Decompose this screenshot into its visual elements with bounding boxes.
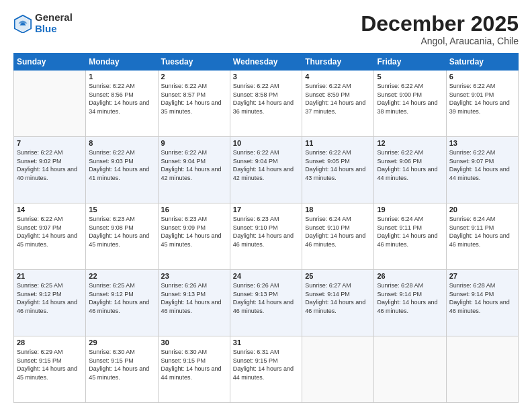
- cell-date: 4: [305, 73, 371, 81]
- table-row: 13Sunrise: 6:22 AMSunset: 9:07 PMDayligh…: [446, 137, 518, 203]
- cell-info: Sunrise: 6:24 AMSunset: 9:10 PMDaylight:…: [305, 215, 371, 248]
- cell-info: Sunrise: 6:22 AMSunset: 8:59 PMDaylight:…: [305, 82, 371, 116]
- cell-info: Sunrise: 6:23 AMSunset: 9:09 PMDaylight:…: [161, 215, 227, 248]
- table-row: 15Sunrise: 6:23 AMSunset: 9:08 PMDayligh…: [86, 203, 158, 270]
- table-row: [374, 336, 446, 403]
- cell-info: Sunrise: 6:22 AMSunset: 9:02 PMDaylight:…: [17, 148, 83, 182]
- cell-info: Sunrise: 6:22 AMSunset: 8:58 PMDaylight:…: [233, 82, 299, 116]
- cell-date: 10: [233, 139, 299, 147]
- calendar-week-row: 28Sunrise: 6:29 AMSunset: 9:15 PMDayligh…: [14, 336, 519, 403]
- table-row: 11Sunrise: 6:22 AMSunset: 9:05 PMDayligh…: [302, 137, 374, 203]
- table-row: 5Sunrise: 6:22 AMSunset: 9:00 PMDaylight…: [374, 71, 446, 137]
- cell-date: 28: [17, 338, 83, 347]
- cell-date: 7: [17, 139, 83, 147]
- table-row: 25Sunrise: 6:27 AMSunset: 9:14 PMDayligh…: [302, 270, 374, 336]
- table-row: 20Sunrise: 6:24 AMSunset: 9:11 PMDayligh…: [446, 203, 518, 270]
- col-sunday: Sunday: [14, 54, 86, 71]
- cell-date: 12: [377, 139, 443, 147]
- logo: General Blue: [13, 12, 73, 34]
- table-row: 27Sunrise: 6:28 AMSunset: 9:14 PMDayligh…: [446, 270, 518, 336]
- cell-date: 11: [305, 139, 371, 147]
- table-row: [446, 336, 518, 403]
- calendar-table: Sunday Monday Tuesday Wednesday Thursday…: [13, 53, 519, 403]
- location-subtitle: Angol, Araucania, Chile: [361, 36, 519, 46]
- table-row: 18Sunrise: 6:24 AMSunset: 9:10 PMDayligh…: [302, 203, 374, 270]
- cell-info: Sunrise: 6:26 AMSunset: 9:13 PMDaylight:…: [161, 281, 227, 315]
- table-row: 4Sunrise: 6:22 AMSunset: 8:59 PMDaylight…: [302, 71, 374, 137]
- col-saturday: Saturday: [446, 54, 518, 71]
- table-row: 30Sunrise: 6:30 AMSunset: 9:15 PMDayligh…: [158, 336, 230, 403]
- cell-date: 6: [449, 73, 515, 81]
- cell-info: Sunrise: 6:25 AMSunset: 9:12 PMDaylight:…: [17, 281, 83, 315]
- col-tuesday: Tuesday: [158, 54, 230, 71]
- cell-info: Sunrise: 6:28 AMSunset: 9:14 PMDaylight:…: [449, 281, 515, 315]
- cell-date: 20: [449, 205, 515, 214]
- table-row: 17Sunrise: 6:23 AMSunset: 9:10 PMDayligh…: [230, 203, 302, 270]
- title-block: December 2025 Angol, Araucania, Chile: [361, 12, 519, 46]
- logo-text: General Blue: [35, 12, 73, 34]
- cell-info: Sunrise: 6:22 AMSunset: 9:01 PMDaylight:…: [449, 82, 515, 116]
- cell-date: 8: [89, 139, 154, 147]
- cell-info: Sunrise: 6:23 AMSunset: 9:10 PMDaylight:…: [233, 215, 299, 248]
- cell-info: Sunrise: 6:22 AMSunset: 9:05 PMDaylight:…: [305, 148, 371, 182]
- cell-date: 9: [161, 139, 227, 147]
- cell-info: Sunrise: 6:24 AMSunset: 9:11 PMDaylight:…: [449, 215, 515, 248]
- cell-info: Sunrise: 6:31 AMSunset: 9:15 PMDaylight:…: [233, 348, 299, 381]
- cell-info: Sunrise: 6:27 AMSunset: 9:14 PMDaylight:…: [305, 281, 371, 315]
- month-title: December 2025: [361, 12, 519, 36]
- cell-date: 14: [17, 205, 83, 214]
- cell-info: Sunrise: 6:22 AMSunset: 9:04 PMDaylight:…: [161, 148, 227, 182]
- cell-date: 23: [161, 272, 227, 280]
- logo-blue-text: Blue: [35, 24, 73, 35]
- table-row: 26Sunrise: 6:28 AMSunset: 9:14 PMDayligh…: [374, 270, 446, 336]
- table-row: 6Sunrise: 6:22 AMSunset: 9:01 PMDaylight…: [446, 71, 518, 137]
- logo-icon: [13, 14, 32, 33]
- table-row: 31Sunrise: 6:31 AMSunset: 9:15 PMDayligh…: [230, 336, 302, 403]
- table-row: 7Sunrise: 6:22 AMSunset: 9:02 PMDaylight…: [14, 137, 86, 203]
- cell-date: 3: [233, 73, 299, 81]
- col-thursday: Thursday: [302, 54, 374, 71]
- cell-date: 18: [305, 205, 371, 214]
- cell-date: 29: [89, 338, 154, 347]
- col-wednesday: Wednesday: [230, 54, 302, 71]
- cell-date: 16: [161, 205, 227, 214]
- table-row: 19Sunrise: 6:24 AMSunset: 9:11 PMDayligh…: [374, 203, 446, 270]
- table-row: 23Sunrise: 6:26 AMSunset: 9:13 PMDayligh…: [158, 270, 230, 336]
- table-row: 9Sunrise: 6:22 AMSunset: 9:04 PMDaylight…: [158, 137, 230, 203]
- cell-info: Sunrise: 6:22 AMSunset: 9:00 PMDaylight:…: [377, 82, 443, 116]
- cell-date: 31: [233, 338, 299, 347]
- cell-info: Sunrise: 6:28 AMSunset: 9:14 PMDaylight:…: [377, 281, 443, 315]
- cell-info: Sunrise: 6:22 AMSunset: 9:07 PMDaylight:…: [449, 148, 515, 182]
- table-row: 12Sunrise: 6:22 AMSunset: 9:06 PMDayligh…: [374, 137, 446, 203]
- cell-date: 25: [305, 272, 371, 280]
- table-row: 28Sunrise: 6:29 AMSunset: 9:15 PMDayligh…: [14, 336, 86, 403]
- col-monday: Monday: [86, 54, 158, 71]
- page: General Blue December 2025 Angol, Arauca…: [0, 0, 532, 411]
- calendar-week-row: 21Sunrise: 6:25 AMSunset: 9:12 PMDayligh…: [14, 270, 519, 336]
- cell-date: 17: [233, 205, 299, 214]
- col-friday: Friday: [374, 54, 446, 71]
- calendar-week-row: 14Sunrise: 6:22 AMSunset: 9:07 PMDayligh…: [14, 203, 519, 270]
- table-row: 2Sunrise: 6:22 AMSunset: 8:57 PMDaylight…: [158, 71, 230, 137]
- table-row: 14Sunrise: 6:22 AMSunset: 9:07 PMDayligh…: [14, 203, 86, 270]
- cell-date: 21: [17, 272, 83, 280]
- table-row: 24Sunrise: 6:26 AMSunset: 9:13 PMDayligh…: [230, 270, 302, 336]
- cell-info: Sunrise: 6:22 AMSunset: 9:07 PMDaylight:…: [17, 215, 83, 248]
- cell-info: Sunrise: 6:30 AMSunset: 9:15 PMDaylight:…: [161, 348, 227, 381]
- table-row: 21Sunrise: 6:25 AMSunset: 9:12 PMDayligh…: [14, 270, 86, 336]
- table-row: [302, 336, 374, 403]
- cell-date: 27: [449, 272, 515, 280]
- table-row: [14, 71, 86, 137]
- cell-info: Sunrise: 6:22 AMSunset: 9:04 PMDaylight:…: [233, 148, 299, 182]
- cell-date: 2: [161, 73, 227, 81]
- cell-info: Sunrise: 6:22 AMSunset: 9:06 PMDaylight:…: [377, 148, 443, 182]
- table-row: 10Sunrise: 6:22 AMSunset: 9:04 PMDayligh…: [230, 137, 302, 203]
- cell-info: Sunrise: 6:30 AMSunset: 9:15 PMDaylight:…: [89, 348, 154, 381]
- table-row: 8Sunrise: 6:22 AMSunset: 9:03 PMDaylight…: [86, 137, 158, 203]
- cell-info: Sunrise: 6:22 AMSunset: 8:56 PMDaylight:…: [89, 82, 154, 116]
- cell-date: 24: [233, 272, 299, 280]
- cell-info: Sunrise: 6:26 AMSunset: 9:13 PMDaylight:…: [233, 281, 299, 315]
- cell-date: 30: [161, 338, 227, 347]
- cell-date: 15: [89, 205, 154, 214]
- calendar-header-row: Sunday Monday Tuesday Wednesday Thursday…: [14, 54, 519, 71]
